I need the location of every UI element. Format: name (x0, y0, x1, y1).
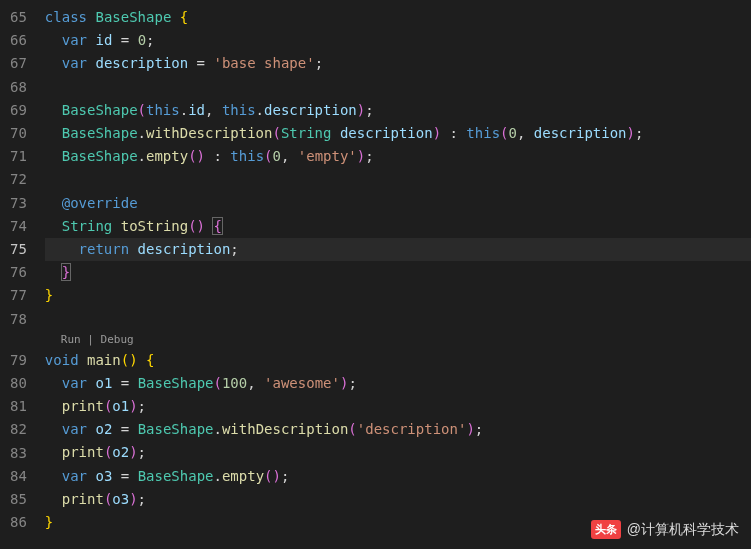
line-number: 67 (10, 52, 27, 75)
code-line: print(o2); (45, 441, 751, 464)
watermark-text: @计算机科学技术 (627, 521, 739, 539)
code-line (45, 168, 751, 191)
code-line: BaseShape.withDescription(String descrip… (45, 122, 751, 145)
code-line (45, 76, 751, 99)
line-number: 74 (10, 215, 27, 238)
line-number: 81 (10, 395, 27, 418)
watermark: 头条 @计算机科学技术 (591, 520, 739, 539)
code-line: var description = 'base shape'; (45, 52, 751, 75)
code-line (45, 307, 751, 330)
code-line: var o1 = BaseShape(100, 'awesome'); (45, 372, 751, 395)
line-number: 68 (10, 76, 27, 99)
code-line: class BaseShape { (45, 6, 751, 29)
line-number: 71 (10, 145, 27, 168)
watermark-logo: 头条 (591, 520, 621, 539)
code-line-current: return description; (45, 238, 751, 261)
code-line: } (45, 261, 751, 284)
line-number: 76 (10, 261, 27, 284)
code-line: print(o3); (45, 488, 751, 511)
code-line: void main() { (45, 349, 751, 372)
line-number: 77 (10, 284, 27, 307)
codelens-run[interactable]: Run (61, 333, 81, 346)
line-number: 85 (10, 488, 27, 511)
line-number: 65 (10, 6, 27, 29)
code-line: var o3 = BaseShape.empty(); (45, 465, 751, 488)
line-number: 73 (10, 192, 27, 215)
code-area[interactable]: class BaseShape { var id = 0; var descri… (45, 0, 751, 549)
code-line: BaseShape.empty() : this(0, 'empty'); (45, 145, 751, 168)
line-number: 80 (10, 372, 27, 395)
line-number: 69 (10, 99, 27, 122)
code-line: BaseShape(this.id, this.description); (45, 99, 751, 122)
codelens: Run | Debug (45, 331, 751, 349)
code-editor: 65 66 67 68 69 70 71 72 73 74 75 76 77 7… (0, 0, 751, 549)
line-gutter: 65 66 67 68 69 70 71 72 73 74 75 76 77 7… (0, 0, 45, 549)
line-number: 79 (10, 349, 27, 372)
code-line: String toString() { (45, 215, 751, 238)
codelens-debug[interactable]: Debug (101, 333, 134, 346)
code-line: } (45, 284, 751, 307)
line-number: 82 (10, 418, 27, 441)
code-line: print(o1); (45, 395, 751, 418)
line-number: 66 (10, 29, 27, 52)
code-line: var o2 = BaseShape.withDescription('desc… (45, 418, 751, 441)
line-number: 84 (10, 465, 27, 488)
line-number-current: 75 (10, 238, 27, 261)
line-number: 86 (10, 511, 27, 534)
line-number: 83 (10, 442, 27, 465)
line-number: 78 (10, 308, 27, 331)
code-line: @override (45, 192, 751, 215)
line-number: 70 (10, 122, 27, 145)
code-line: var id = 0; (45, 29, 751, 52)
line-number: 72 (10, 168, 27, 191)
